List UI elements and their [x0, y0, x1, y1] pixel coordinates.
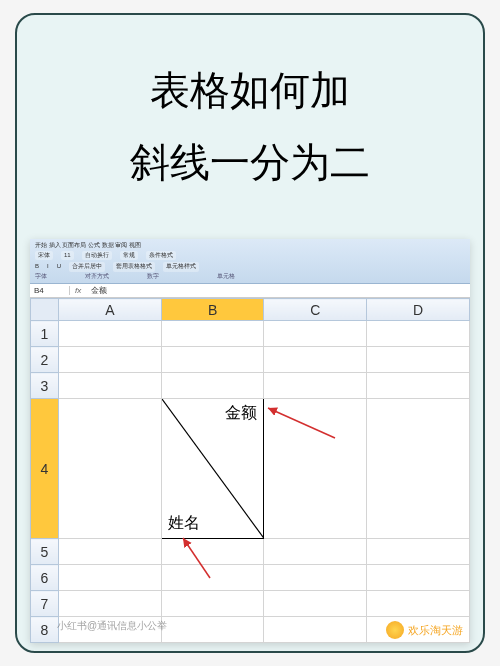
ribbon-underline: U: [57, 263, 61, 270]
rowhead-6: 6: [31, 565, 59, 591]
cond-format: 条件格式: [146, 251, 176, 260]
col-D: D: [367, 299, 470, 321]
group-align: 对齐方式: [85, 273, 109, 280]
rowhead-8: 8: [31, 617, 59, 643]
merge-center: 合并后居中: [69, 262, 105, 271]
rowhead-7: 7: [31, 591, 59, 617]
formula-value: 金额: [86, 285, 112, 296]
rowhead-5: 5: [31, 539, 59, 565]
title-line-1: 表格如何加: [37, 55, 463, 127]
ribbon-tabs: 开始 插入 页面布局 公式 数据 审阅 视图: [35, 242, 141, 249]
diagonal-cell: 金额 姓名: [161, 399, 264, 539]
watermark-logo-icon: [386, 621, 404, 639]
rowhead-3: 3: [31, 373, 59, 399]
title-line-2: 斜线一分为二: [37, 127, 463, 199]
excel-screenshot: 开始 插入 页面布局 公式 数据 审阅 视图 宋体 11 自动换行 常规 条件格…: [30, 239, 470, 643]
wrap-text: 自动换行: [82, 251, 112, 260]
row-2: 2: [31, 347, 470, 373]
row-3: 3: [31, 373, 470, 399]
rowhead-2: 2: [31, 347, 59, 373]
row-7: 7: [31, 591, 470, 617]
tutorial-card: 表格如何加 斜线一分为二 开始 插入 页面布局 公式 数据 审阅 视图 宋体 1…: [15, 13, 485, 653]
group-font: 字体: [35, 273, 47, 280]
watermark-left: 小红书@通讯信息小公举: [57, 619, 167, 633]
grid-table: A B C D 1 2 3 4 金额 姓名: [30, 298, 470, 643]
col-C: C: [264, 299, 367, 321]
rowhead-4: 4: [31, 399, 59, 539]
group-cells: 单元格: [217, 273, 235, 280]
watermark-right-text: 欢乐淘天游: [408, 623, 463, 638]
col-B: B: [161, 299, 264, 321]
number-format: 常规: [120, 251, 138, 260]
formula-bar: B4 fx 金额: [30, 284, 470, 298]
title-area: 表格如何加 斜线一分为二: [17, 15, 483, 229]
excel-ribbon: 开始 插入 页面布局 公式 数据 审阅 视图 宋体 11 自动换行 常规 条件格…: [30, 239, 470, 284]
rowhead-1: 1: [31, 321, 59, 347]
font-size: 11: [61, 251, 74, 260]
col-A: A: [58, 299, 161, 321]
corner-cell: [31, 299, 59, 321]
ribbon-bold: B: [35, 263, 39, 270]
row-6: 6: [31, 565, 470, 591]
name-box: B4: [30, 286, 70, 295]
spreadsheet-grid: A B C D 1 2 3 4 金额 姓名: [30, 298, 470, 643]
fx-label: fx: [70, 286, 86, 295]
cell-styles: 单元格样式: [163, 262, 199, 271]
ribbon-italic: I: [47, 263, 49, 270]
header-row: A B C D: [31, 299, 470, 321]
group-number: 数字: [147, 273, 159, 280]
watermark-right: 欢乐淘天游: [386, 621, 463, 639]
row-4: 4 金额 姓名: [31, 399, 470, 539]
font-name: 宋体: [35, 251, 53, 260]
row-1: 1: [31, 321, 470, 347]
row-5: 5: [31, 539, 470, 565]
format-table: 套用表格格式: [113, 262, 155, 271]
diag-top-label: 金额: [225, 403, 257, 424]
diag-bottom-label: 姓名: [168, 513, 200, 534]
